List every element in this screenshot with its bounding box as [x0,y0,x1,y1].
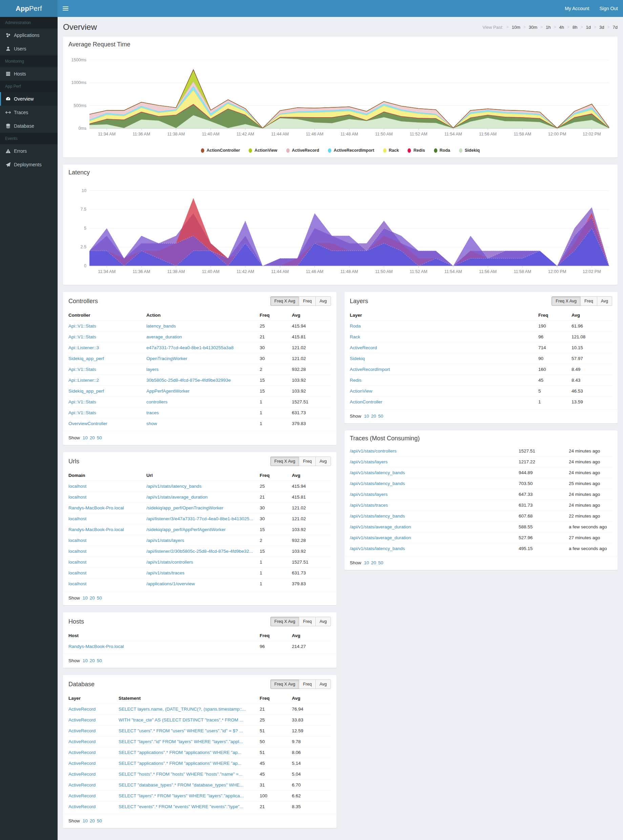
table-link[interactable]: ActiveRecord [68,782,95,788]
table-link[interactable]: SELECT "events".* FROM "events" WHERE "e… [118,804,243,809]
show-option-20[interactable]: 20 [90,819,95,823]
toggle-button-avg[interactable]: Avg [315,617,331,626]
range-link-4h[interactable]: 4h [559,25,564,30]
table-link[interactable]: WITH "trace_cte" AS (SELECT DISTINCT "tr… [118,717,243,722]
table-link[interactable]: average_duration [146,334,182,339]
table-link[interactable]: /api/v1/stats/layers [350,459,388,464]
sidebar-item-overview[interactable]: Overview [0,92,58,106]
table-link[interactable]: ActiveRecord [68,750,95,755]
table-link[interactable]: ActiveRecord [68,739,95,744]
table-link[interactable]: ActiveRecordImport [350,367,390,372]
show-option-10[interactable]: 10 [83,595,88,601]
toggle-button-avg[interactable]: Avg [315,679,331,689]
table-link[interactable]: /sidekiq/app_perf/OpenTracingWorker [146,505,223,510]
table-link[interactable]: ActiveRecord [68,761,95,766]
table-link[interactable]: localhost [68,549,86,554]
table-link[interactable]: localhost [68,581,86,586]
table-link[interactable]: ActionController [350,399,382,405]
show-option-10[interactable]: 10 [364,414,369,418]
table-link[interactable]: SELECT "hosts".* FROM "hosts" WHERE "hos… [118,772,242,777]
table-link[interactable]: /api/v1/stats/layers [350,492,388,497]
table-link[interactable]: latency_bands [146,323,176,328]
table-link[interactable]: Sidekiq_app_perf [68,388,104,394]
show-option-10[interactable]: 10 [83,435,88,440]
table-link[interactable]: /api/v1/stats/average_duration [350,535,411,540]
show-option-20[interactable]: 20 [90,595,95,601]
table-link[interactable]: /api/listener/3/e47a7331-77cd-4ea0-8be1-… [146,516,253,521]
toggle-button-avg[interactable]: Avg [315,457,331,466]
toggle-button-freq-x-avg[interactable]: Freq X Avg [551,296,581,306]
show-option-10[interactable]: 10 [83,658,88,663]
table-link[interactable]: show [146,421,157,426]
toggle-button-freq[interactable]: Freq [299,617,316,626]
show-option-20[interactable]: 20 [371,414,376,418]
toggle-button-freq[interactable]: Freq [580,296,597,306]
table-link[interactable]: SELECT "applications".* FROM "applicatio… [118,761,241,766]
table-link[interactable]: localhost [68,495,86,500]
table-link[interactable]: 30b5805c-25d8-4fcd-875e-4fd9be32993e [146,378,231,383]
table-link[interactable]: localhost [68,538,86,543]
table-link[interactable]: SELECT "applications".* FROM "applicatio… [118,750,241,755]
table-link[interactable]: /api/v1/stats/traces [146,570,185,575]
show-option-10[interactable]: 10 [364,560,369,565]
sign-out-link[interactable]: Sign Out [595,0,623,17]
table-link[interactable]: Rack [350,334,361,339]
table-link[interactable]: OpenTracingWorker [146,356,187,361]
table-link[interactable]: /api/v1/stats/layers [146,538,184,543]
table-link[interactable]: /api/v1/stats/latency_bands [146,484,201,489]
sidebar-item-hosts[interactable]: Hosts [0,67,58,81]
toggle-button-freq-x-avg[interactable]: Freq X Avg [270,679,299,689]
sidebar-toggle-button[interactable] [58,0,73,17]
table-link[interactable]: Sidekiq [350,356,365,361]
table-link[interactable]: /api/v1/stats/latency_bands [350,514,405,518]
toggle-button-avg[interactable]: Avg [315,296,331,306]
table-link[interactable]: /api/v1/stats/traces [350,503,388,508]
show-option-50[interactable]: 50 [378,560,383,565]
sidebar-item-applications[interactable]: Applications [0,28,58,42]
table-link[interactable]: /api/v1/stats/latency_bands [350,470,405,475]
table-link[interactable]: /api/v1/stats/average_duration [146,495,208,500]
table-link[interactable]: localhost [68,559,86,565]
table-link[interactable]: ActiveRecord [68,772,95,777]
table-link[interactable]: Api::V1::Stats [68,334,96,339]
table-link[interactable]: localhost [68,484,86,489]
table-link[interactable]: Api::V1::Stats [68,323,96,328]
table-link[interactable]: SELECT "users".* FROM "users" WHERE "use… [118,728,243,733]
table-link[interactable]: Api::V1::Stats [68,367,96,372]
table-link[interactable]: Randys-MacBook-Pro.local [68,644,124,649]
show-option-50[interactable]: 50 [97,595,102,601]
table-link[interactable]: AppPerfAgentWorker [146,388,189,394]
table-link[interactable]: Redis [350,378,362,383]
table-link[interactable]: SELECT layers.name, (DATE_TRUNC(?, (span… [118,707,246,712]
table-link[interactable]: localhost [68,570,86,575]
sidebar-item-deployments[interactable]: Deployments [0,158,58,172]
table-link[interactable]: Api::Listener::2 [68,378,99,383]
table-link[interactable]: /api/v1/stats/average_duration [350,524,411,529]
table-link[interactable]: e47a7331-77cd-4ea0-8be1-b4130255a3a8 [146,345,233,350]
table-link[interactable]: ActionView [350,388,373,394]
range-link-3d[interactable]: 3d [599,25,604,30]
table-link[interactable]: layers [146,367,158,372]
range-link-7d[interactable]: 7d [613,25,618,30]
toggle-button-freq-x-avg[interactable]: Freq X Avg [270,617,299,626]
brand-logo[interactable]: AppPerf [0,0,58,17]
sidebar-item-traces[interactable]: Traces [0,106,58,119]
toggle-button-freq[interactable]: Freq [299,296,316,306]
table-link[interactable]: localhost [68,516,86,521]
show-option-50[interactable]: 50 [97,435,102,440]
table-link[interactable]: SELECT "database_types".* FROM "database… [118,782,244,788]
table-link[interactable]: Randys-MacBook-Pro.local [68,505,124,510]
show-option-20[interactable]: 20 [90,658,95,663]
sidebar-item-errors[interactable]: Errors [0,144,58,158]
table-link[interactable]: Api::Listener::3 [68,345,99,350]
table-link[interactable]: ActiveRecord [68,728,95,733]
table-link[interactable]: /api/listener/2/30b5805c-25d8-4fcd-875e-… [146,549,253,554]
show-option-50[interactable]: 50 [97,658,102,663]
table-link[interactable]: Roda [350,323,361,328]
range-link-8h[interactable]: 8h [572,25,577,30]
table-link[interactable]: /api/v1/stats/controllers [350,448,397,454]
range-link-30m[interactable]: 30m [529,25,537,30]
toggle-button-freq-x-avg[interactable]: Freq X Avg [270,296,299,306]
sidebar-item-users[interactable]: Users [0,42,58,55]
sidebar-item-database[interactable]: Database [0,119,58,133]
